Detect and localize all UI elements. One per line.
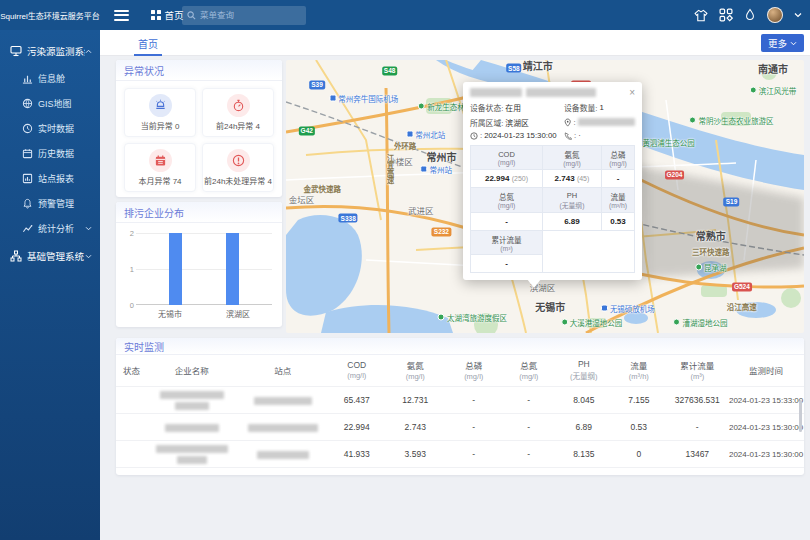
map-label-district: 武进区 <box>408 204 434 216</box>
table-row[interactable]: 22.994 2.743 - - 6.89 0.53 - 2024-01-23 … <box>116 414 804 441</box>
road-badge: S19 <box>724 197 740 206</box>
map-label-city: 南通市 <box>758 61 788 76</box>
app-logo: Squirrel生态环境云服务平台 <box>0 10 100 21</box>
sidebar-item-gis-map[interactable]: GIS地图 <box>0 91 100 116</box>
panel-title: 实时监测 <box>116 338 804 355</box>
gis-map[interactable]: 靖江市南通市常州市无锡市常熟市张家港市金坛区武进区钟楼区滨湖区金武快速路三环快速… <box>286 60 804 333</box>
sidebar-item-station-report[interactable]: 站点报表 <box>0 166 100 191</box>
chevron-down-icon <box>790 41 797 46</box>
park-poi-icon <box>418 103 425 110</box>
sidebar-item-info-cabin[interactable]: 信息舱 <box>0 66 100 91</box>
col-tp: 总磷(mg/l) <box>446 355 501 387</box>
top-header: Squirrel生态环境云服务平台 首页 <box>0 0 810 30</box>
components-icon[interactable] <box>719 8 733 22</box>
map-label-city: 无锡市 <box>535 298 565 313</box>
location-pin-icon <box>564 118 571 127</box>
breadcrumb[interactable]: 首页 <box>151 8 184 22</box>
sidebar-item-realtime-data[interactable]: 实时数据 <box>0 116 100 141</box>
sidebar-item-alert-management[interactable]: 预警管理 <box>0 191 100 216</box>
enterprise-distribution-chart-panel: 排污企业分布 2 1 0 无锡市 滨湖区 <box>116 202 282 327</box>
map-label-poi-g: 滨江风光带 <box>750 85 797 96</box>
y-tick: 1 <box>124 265 134 274</box>
scrollbar-thumb[interactable] <box>799 400 802 432</box>
menu-toggle-icon[interactable] <box>114 7 129 23</box>
line-chart-icon <box>22 223 33 234</box>
road-badge: S39 <box>309 80 325 89</box>
park-poi-icon <box>673 319 680 326</box>
sidebar-item-pollution-monitor-system[interactable]: 污染源监测系统 <box>0 36 100 66</box>
more-button[interactable]: 更多 <box>761 34 804 52</box>
sidebar-item-history-data[interactable]: 历史数据 <box>0 141 100 166</box>
col-tn: 总氮(mg/l) <box>501 355 556 387</box>
map-label-poi-g: 昆承湖 <box>695 262 727 273</box>
user-menu-chevron-icon[interactable] <box>794 12 802 18</box>
abnormal-status-panel: 异常状况 当前异常 0 前24h异常 4 本月异常 74 <box>116 60 282 197</box>
map-label-city: 靖江市 <box>523 60 553 73</box>
bell-icon <box>22 198 33 209</box>
map-label-poi-g: 新龙生态林 <box>418 101 465 112</box>
redacted-location <box>578 118 635 126</box>
transport-poi-icon <box>420 166 427 173</box>
panel-title: 异常状况 <box>116 60 282 81</box>
status-card-month[interactable]: 本月异常 74 <box>124 143 196 192</box>
breadcrumb-home[interactable]: 首页 <box>165 8 184 22</box>
map-label-poi-b: 常州站 <box>420 164 452 175</box>
calendar-icon <box>149 149 172 172</box>
road-badge: G524 <box>732 282 752 291</box>
road-badge: S48 <box>382 66 398 75</box>
sitemap-icon <box>10 250 22 262</box>
tab-home[interactable]: 首页 <box>138 30 158 56</box>
alarm-beacon-icon <box>149 94 172 117</box>
redacted-popup-title <box>470 88 522 97</box>
map-label-poi-g: 漕湖湿地公园 <box>673 317 727 328</box>
bar-wuxi <box>169 233 182 305</box>
map-label-poi-g: 黄泗浦生态公园 <box>633 136 695 147</box>
clock-icon <box>22 123 33 134</box>
map-label-roadname: 外环路 <box>394 139 417 150</box>
map-label-roadname: 金武快速路 <box>304 183 342 194</box>
col-total-flow: 累计流量(m³) <box>666 355 728 387</box>
menu-search[interactable] <box>182 6 306 25</box>
redacted-popup-title <box>526 88 596 97</box>
col-enterprise: 企业名称 <box>147 355 236 387</box>
x-axis-labels: 无锡市 滨湖区 <box>136 308 272 319</box>
tab-bar: 首页 更多 <box>100 30 810 56</box>
table-row-partial[interactable] <box>116 468 804 476</box>
table-row[interactable]: 41.933 3.593 - - 8.135 0 13467 2024-01-2… <box>116 441 804 468</box>
user-avatar[interactable] <box>767 7 783 23</box>
park-poi-icon <box>561 319 568 326</box>
status-card-unhandled[interactable]: 前24h未处理异常 4 <box>202 143 274 192</box>
phone-icon <box>564 132 572 140</box>
status-card-24h[interactable]: 前24h异常 4 <box>202 88 274 137</box>
road-badge: S338 <box>339 214 358 223</box>
bar-chart: 2 1 0 <box>136 233 272 305</box>
table-row[interactable]: 65.437 12.731 - - 8.045 7.155 327636.531… <box>116 387 804 414</box>
map-label-roadname: 沿江高速 <box>727 300 757 311</box>
col-status: 状态 <box>116 355 147 387</box>
sidebar-item-base-management-system[interactable]: 基础管理系统 <box>0 241 100 271</box>
theme-skin-icon[interactable] <box>694 9 708 22</box>
map-label-city: 常熟市 <box>696 227 726 242</box>
search-icon <box>187 11 196 20</box>
map-label-roadname-v: 江宜高速 <box>384 154 395 184</box>
popup-metrics-table: COD(mg/l) 氨氮(mg/l) 总磷(mg/l) 22.994 (250)… <box>470 145 635 273</box>
map-label-poi-g: 大溪港湿地公园 <box>561 317 623 328</box>
popup-phone: · <box>578 131 581 140</box>
map-label-roadname: 三环快速路 <box>692 246 730 257</box>
close-icon[interactable]: × <box>629 88 635 97</box>
calendar-icon <box>22 148 33 159</box>
col-cod: COD(mg/l) <box>329 355 384 387</box>
chevron-up-icon <box>85 49 92 54</box>
status-card-current[interactable]: 当前异常 0 <box>124 88 196 137</box>
flame-icon[interactable] <box>744 8 756 22</box>
globe-icon <box>22 98 33 109</box>
stopwatch-icon <box>227 94 250 117</box>
realtime-table: 状态 企业名称 站点 COD(mg/l) 氨氮(mg/l) 总磷(mg/l) 总… <box>116 355 804 475</box>
map-label-poi-g: 常阴沙生态农业旅游区 <box>689 115 773 126</box>
col-station: 站点 <box>236 355 329 387</box>
map-label-district: 金坛区 <box>289 193 315 205</box>
search-input[interactable] <box>200 10 301 20</box>
sidebar-item-statistics-analysis[interactable]: 统计分析 <box>0 216 100 241</box>
map-label-poi-b: 常州北站 <box>406 128 445 139</box>
app-root: Squirrel生态环境云服务平台 首页 污染源监测系统 信息舱 <box>0 0 810 540</box>
